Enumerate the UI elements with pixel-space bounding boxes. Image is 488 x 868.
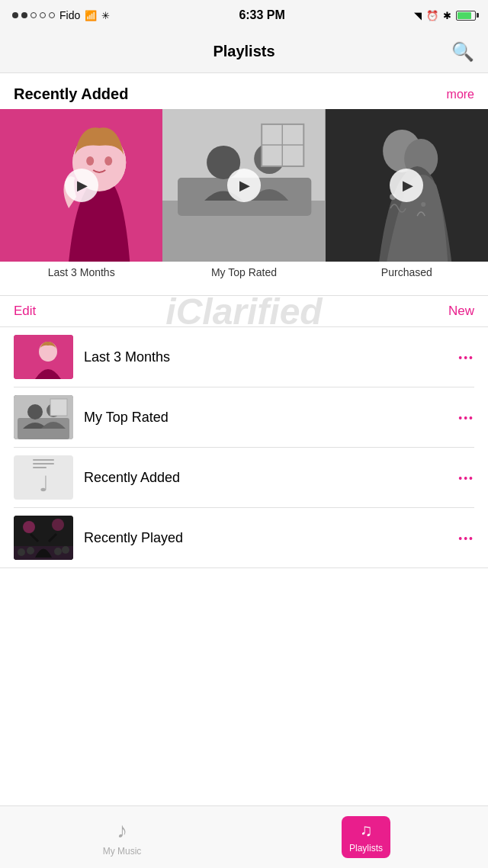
dot-1 [12, 12, 18, 18]
divider-list-4 [0, 567, 488, 568]
status-time: 6:33 PM [239, 8, 284, 22]
page-title: Playlists [213, 43, 274, 60]
battery-fill [458, 12, 471, 19]
line-2 [33, 463, 54, 465]
edit-bar: Edit iClarified New [0, 296, 488, 326]
dot-5 [49, 12, 55, 18]
thumb-img-purchased [326, 109, 488, 262]
signal-dots [12, 12, 55, 18]
playlist-thumb-recentlyplayed [14, 516, 73, 560]
svg-point-4 [104, 156, 112, 166]
play-btn-last3months[interactable] [65, 169, 98, 202]
location-icon: ◥ [414, 10, 422, 21]
play-btn-mytoprated[interactable] [227, 169, 261, 202]
new-button[interactable]: New [448, 304, 474, 319]
playlist-name-recentlyplayed: Recently Played [84, 530, 448, 546]
lines-icon [33, 459, 54, 468]
list-thumb-bw-svg [14, 395, 73, 439]
wifi-icon: 📶 [85, 10, 97, 21]
playlist-more-recentlyadded[interactable] [458, 470, 474, 486]
thumb-img-last3months [0, 109, 162, 262]
search-icon[interactable]: 🔍 [451, 41, 474, 63]
thumbnails-row: Last 3 Months [0, 109, 488, 288]
section-header: Recently Added more [0, 73, 488, 109]
thumb-mytoprated[interactable]: My Top Rated [162, 109, 325, 288]
thumb-label-last3months: Last 3 Months [45, 262, 118, 288]
playlist-item-recentlyplayed[interactable]: Recently Played [0, 508, 488, 567]
thumb-purchased[interactable]: Purchased [326, 109, 488, 288]
playlist-item-mytoprated[interactable]: My Top Rated [0, 387, 488, 447]
dot-4 [40, 12, 46, 18]
tab-playlists[interactable]: ♫ Playlists [244, 806, 488, 868]
playlist-name-mytoprated: My Top Rated [84, 410, 448, 426]
playlist-item-recentlyadded[interactable]: ♩ Recently Added [0, 448, 488, 507]
tab-playlists-label: Playlists [349, 843, 383, 854]
thumb-last3months[interactable]: Last 3 Months [0, 109, 162, 288]
line-1 [33, 459, 54, 461]
tab-bar: ♪ My Music ♫ Playlists [0, 805, 488, 868]
carrier-label: Fido [59, 9, 80, 21]
status-bar: Fido 📶 ✳ 6:33 PM ◥ ⏰ ✱ [0, 0, 488, 31]
loading-icon: ✳ [101, 10, 110, 21]
svg-point-27 [23, 521, 35, 533]
playlist-thumb-recentlyadded: ♩ [14, 455, 73, 500]
svg-point-33 [27, 547, 34, 555]
music-note-icon: ♩ [39, 471, 49, 497]
tab-my-music[interactable]: ♪ My Music [0, 806, 244, 868]
line-3 [33, 467, 47, 468]
section-title: Recently Added [14, 85, 128, 103]
svg-point-34 [54, 548, 62, 555]
svg-point-28 [52, 519, 64, 531]
svg-point-17 [421, 202, 425, 207]
dot-3 [30, 12, 37, 18]
playlist-more-last3months[interactable] [458, 349, 474, 365]
my-music-icon: ♪ [117, 818, 127, 843]
thumb-img-mytoprated [162, 109, 325, 262]
playlist-more-mytoprated[interactable] [458, 410, 474, 426]
tab-active-box: ♫ Playlists [342, 816, 390, 858]
alarm-icon: ⏰ [426, 10, 438, 21]
edit-button[interactable]: Edit [14, 304, 36, 319]
svg-rect-24 [50, 399, 67, 416]
thumb-bw [14, 395, 73, 439]
thumb-light: ♩ [14, 455, 73, 500]
list-thumb-ariana-svg [14, 335, 73, 379]
playlist-name-last3months: Last 3 Months [84, 349, 448, 365]
playlist-more-recentlyplayed[interactable] [458, 530, 474, 546]
list-thumb-dark-svg [14, 516, 73, 560]
play-btn-purchased[interactable] [390, 169, 423, 202]
svg-point-3 [86, 156, 94, 166]
thumb-pink [14, 335, 73, 379]
status-right: ◥ ⏰ ✱ [414, 10, 476, 21]
dot-2 [21, 12, 27, 18]
thumb-label-purchased: Purchased [378, 262, 435, 288]
more-button[interactable]: more [447, 88, 474, 101]
status-left: Fido 📶 ✳ [12, 9, 110, 21]
svg-point-32 [18, 548, 25, 556]
svg-point-35 [62, 546, 69, 554]
playlist-name-recentlyadded: Recently Added [84, 470, 448, 486]
watermark: iClarified [165, 291, 322, 333]
thumb-label-mytoprated: My Top Rated [208, 262, 280, 288]
bluetooth-icon: ✱ [443, 10, 451, 21]
playlist-thumb-mytoprated [14, 395, 73, 439]
battery-icon [456, 11, 476, 21]
nav-bar: Playlists 🔍 [0, 31, 488, 73]
playlists-icon: ♫ [360, 821, 373, 841]
tab-my-music-label: My Music [103, 846, 142, 857]
thumb-dark [14, 516, 73, 560]
playlist-item-last3months[interactable]: Last 3 Months [0, 327, 488, 387]
playlist-thumb-last3months [14, 335, 73, 379]
svg-point-22 [27, 404, 43, 420]
